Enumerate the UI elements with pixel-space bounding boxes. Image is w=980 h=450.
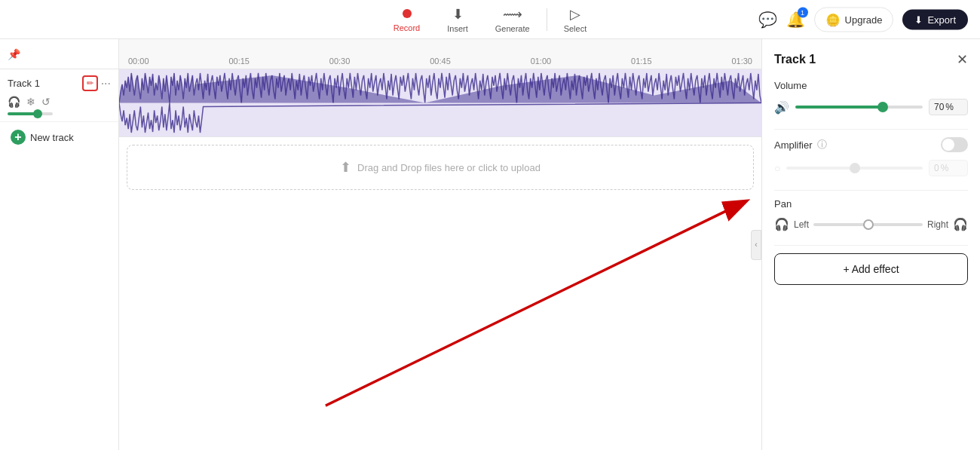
ruler-mark-1: 00:15 (228, 57, 250, 66)
track-item-top: Track 1 ✏ ··· (8, 75, 111, 91)
new-track-label: New track (30, 132, 74, 143)
volume-unit: % (945, 102, 954, 112)
amplifier-row: Amplifier ⓘ (774, 137, 968, 152)
pan-section-label: Pan (774, 198, 968, 210)
add-effect-button[interactable]: + Add effect (774, 253, 968, 285)
pan-left-label: Left (794, 219, 809, 230)
upload-icon: ⬆ (340, 159, 351, 176)
record-button[interactable]: Record (380, 2, 433, 37)
pan-row: 🎧 Left Right 🎧 (774, 217, 968, 231)
amplifier-slider-row: ○ 0 % (774, 160, 968, 176)
svg-line-2 (326, 201, 746, 406)
track-edit-button[interactable]: ✏ (82, 75, 98, 91)
upgrade-label: Upgrade (845, 14, 883, 25)
track-icons: 🎧 ❄ ↺ (8, 96, 111, 108)
volume-row: 🔊 70 % (774, 99, 968, 115)
export-icon: ⬇ (914, 14, 923, 25)
export-button[interactable]: ⬇ Export (902, 9, 968, 29)
toolbar-center: Record ⬇ Insert ⟿ Generate ▷ Select (380, 2, 600, 38)
timeline-ruler: 00:00 00:15 00:30 00:45 01:00 01:15 01:3… (119, 39, 761, 69)
amp-circle-icon: ○ (774, 162, 780, 174)
waveform-track[interactable]: // We'll use CSS-generated waveform via … (119, 69, 761, 137)
comment-icon[interactable]: 💬 (758, 11, 777, 29)
notification-badge: 1 (798, 8, 808, 18)
volume-number: 70 (934, 102, 944, 112)
generate-button[interactable]: ⟿ Generate (482, 2, 544, 38)
generate-label: Generate (495, 24, 530, 33)
snowflake-icon[interactable]: ❄ (26, 96, 35, 108)
export-label: Export (927, 14, 956, 25)
track-name: Track 1 (8, 78, 40, 89)
panel-title: Track 1 (774, 53, 816, 66)
drop-zone[interactable]: ⬆ Drag and Drop files here or click to u… (127, 145, 754, 190)
track-item: Track 1 ✏ ··· 🎧 ❄ ↺ (0, 69, 118, 122)
track-list-header: 📌 (0, 39, 118, 69)
amplifier-label: Amplifier (774, 139, 813, 151)
toolbar-divider (547, 8, 547, 31)
panel-header: Track 1 ✕ (774, 51, 968, 68)
drop-zone-text: Drag and Drop files here or click to upl… (357, 162, 541, 173)
insert-label: Insert (447, 24, 468, 33)
section-divider-1 (774, 129, 968, 130)
insert-button[interactable]: ⬇ Insert (433, 2, 482, 38)
pan-slider[interactable] (813, 223, 923, 226)
toolbar: Record ⬇ Insert ⟿ Generate ▷ Select 💬 🔔 … (0, 0, 980, 39)
amp-value-display: 0 % (929, 160, 968, 176)
notification-wrap: 🔔 1 (786, 11, 805, 29)
insert-icon: ⬇ (452, 6, 464, 23)
waveform-svg: // We'll use CSS-generated waveform via … (119, 69, 761, 136)
ruler-mark-3: 00:45 (430, 57, 451, 66)
ruler-mark-2: 00:30 (329, 57, 351, 66)
add-effect-label: + Add effect (843, 263, 899, 275)
volume-slider-wrap (8, 112, 111, 115)
section-divider-2 (774, 190, 968, 191)
new-track-plus-icon: + (11, 130, 26, 145)
select-button[interactable]: ▷ Select (550, 2, 601, 38)
ruler-mark-5: 01:15 (631, 57, 652, 66)
amplifier-slider[interactable] (786, 167, 923, 170)
volume-track-slider[interactable] (795, 106, 923, 109)
right-panel: Track 1 ✕ Volume 🔊 70 % Amplifier ⓘ ○ (761, 39, 980, 450)
record-label: Record (394, 23, 420, 32)
select-icon: ▷ (570, 6, 580, 23)
pan-right-label: Right (927, 219, 948, 230)
ruler-mark-4: 01:00 (531, 57, 552, 66)
loop-icon[interactable]: ↺ (41, 96, 51, 108)
amp-number: 0 (934, 163, 939, 173)
pan-right-headphone-icon: 🎧 (953, 217, 968, 231)
ruler-mark-6: 01:30 (731, 57, 752, 66)
record-icon (403, 6, 412, 22)
track-volume-slider[interactable] (8, 112, 53, 115)
toolbar-right: 💬 🔔 1 🪙 Upgrade ⬇ Export (758, 7, 968, 32)
track-more-button[interactable]: ··· (101, 77, 111, 90)
pan-section: Pan 🎧 Left Right 🎧 (774, 198, 968, 231)
timeline-area: 00:00 00:15 00:30 00:45 01:00 01:15 01:3… (119, 39, 761, 450)
track-sidebar: 📌 Track 1 ✏ ··· 🎧 ❄ ↺ + New track (0, 39, 119, 450)
volume-value-display: 70 % (929, 99, 968, 115)
info-icon[interactable]: ⓘ (817, 138, 827, 152)
amplifier-label-wrap: Amplifier ⓘ (774, 138, 827, 152)
toggle-knob (942, 139, 954, 151)
panel-close-button[interactable]: ✕ (957, 51, 968, 68)
pan-left-headphone-icon: 🎧 (774, 217, 789, 231)
generate-icon: ⟿ (503, 6, 522, 23)
new-track-button[interactable]: + New track (0, 122, 118, 152)
select-label: Select (564, 24, 587, 33)
ruler-mark-0: 00:00 (128, 57, 149, 66)
collapse-handle[interactable]: ‹ (751, 230, 761, 260)
coin-icon: 🪙 (825, 12, 841, 26)
headphone-icon[interactable]: 🎧 (8, 96, 20, 108)
main-area: 📌 Track 1 ✏ ··· 🎧 ❄ ↺ + New track (0, 39, 980, 450)
upgrade-button[interactable]: 🪙 Upgrade (814, 7, 894, 32)
volume-section-label: Volume (774, 80, 968, 91)
pin-icon[interactable]: 📌 (8, 48, 20, 60)
section-divider-3 (774, 245, 968, 246)
ruler-marks: 00:00 00:15 00:30 00:45 01:00 01:15 01:3… (127, 57, 754, 66)
amp-unit: % (941, 163, 949, 173)
volume-icon: 🔊 (774, 100, 789, 115)
track-controls: ✏ ··· (82, 75, 111, 91)
amplifier-toggle[interactable] (941, 137, 968, 152)
